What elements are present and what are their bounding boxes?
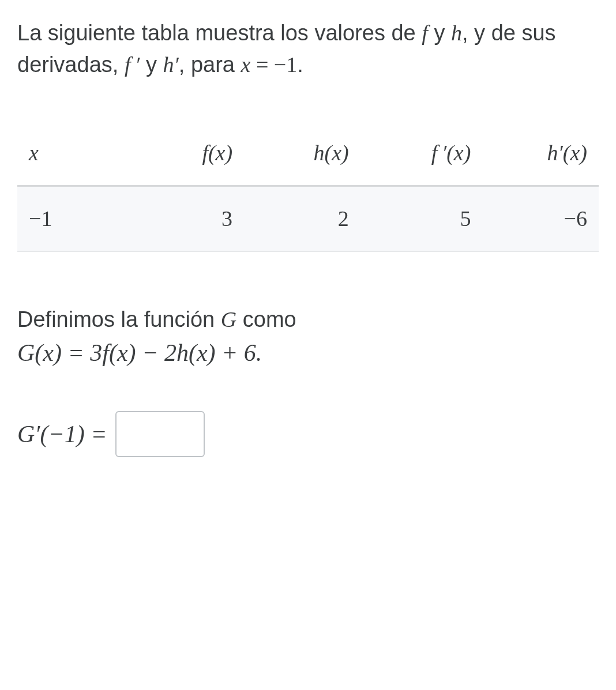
g-definition: Definimos la función G como G(x) = 3f(x)… xyxy=(17,304,599,371)
intro-fprime: f ′ xyxy=(125,52,140,77)
col-header-fx: f(x) xyxy=(122,121,244,186)
intro-hprime: h′ xyxy=(163,52,179,77)
def-formula: G(x) = 3f(x) − 2h(x) + 6. xyxy=(17,340,262,366)
col-header-hx: h(x) xyxy=(244,121,360,186)
col-header-x: x xyxy=(17,121,122,186)
cell-x: −1 xyxy=(17,186,122,252)
intro-period: . xyxy=(297,52,303,77)
intro-eq-eq: = xyxy=(250,52,273,77)
cell-fpx: 5 xyxy=(360,186,483,252)
intro-and-2: y xyxy=(140,52,163,77)
values-table: x f(x) h(x) f ′(x) h′(x) −1 3 2 5 −6 xyxy=(17,121,599,252)
header-fx-text: f(x) xyxy=(202,141,232,165)
cell-hx-text: 2 xyxy=(338,206,349,231)
question-lhs: G′(−1) = xyxy=(17,417,107,452)
def-lead2: como xyxy=(236,307,296,331)
intro-f: f xyxy=(422,21,428,45)
header-hpx-text: h′(x) xyxy=(547,141,588,165)
intro-eq-rhs: −1 xyxy=(274,52,297,77)
col-header-fpx: f ′(x) xyxy=(360,121,483,186)
intro-eq-lhs: x xyxy=(241,52,251,77)
intro-text-1: La siguiente tabla muestra los valores d… xyxy=(17,21,422,45)
def-lead: Definimos la función xyxy=(17,307,221,331)
cell-hpx: −6 xyxy=(482,186,599,252)
cell-hx: 2 xyxy=(244,186,360,252)
cell-fx-text: 3 xyxy=(221,206,232,231)
header-fpx-text: f ′(x) xyxy=(431,141,471,165)
intro-h: h xyxy=(451,21,462,45)
question-row: G′(−1) = xyxy=(17,411,599,457)
def-G: G xyxy=(221,307,236,331)
cell-hpx-text: −6 xyxy=(564,206,587,231)
cell-fx: 3 xyxy=(122,186,244,252)
intro-and-1: y xyxy=(428,21,451,45)
table-row: −1 3 2 5 −6 xyxy=(17,186,599,252)
cell-x-text: −1 xyxy=(29,206,52,231)
intro-text-3: , para xyxy=(179,52,241,77)
answer-input[interactable] xyxy=(115,411,205,457)
header-x-text: x xyxy=(29,141,39,165)
header-hx-text: h(x) xyxy=(314,141,349,165)
problem-intro: La siguiente tabla muestra los valores d… xyxy=(17,17,599,81)
cell-fpx-text: 5 xyxy=(460,206,471,231)
col-header-hpx: h′(x) xyxy=(482,121,599,186)
